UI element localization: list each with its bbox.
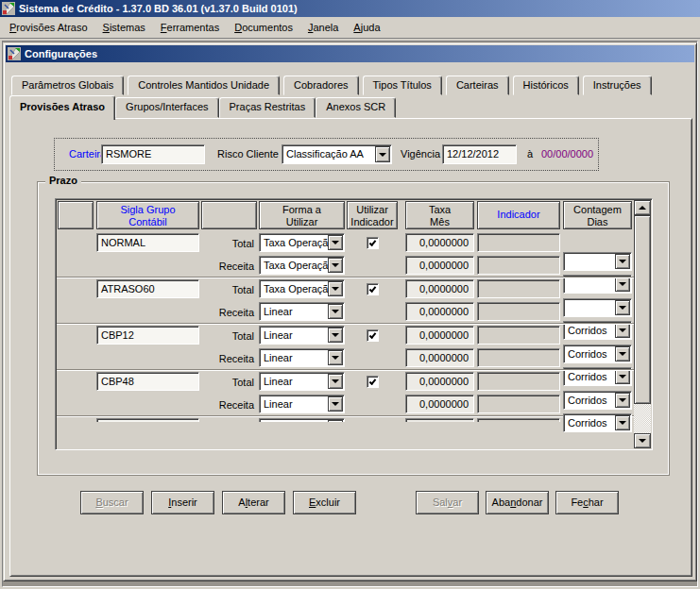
configuracoes-window: Configurações Parâmetros Globais Control…: [3, 42, 697, 581]
taxa-mes-field[interactable]: 0,0000000: [405, 256, 474, 275]
utilizar-indicador-checkbox[interactable]: [367, 376, 379, 388]
tab-instrucoes[interactable]: Instruções: [583, 76, 652, 95]
sigla-input[interactable]: NORMAL: [96, 233, 199, 252]
tab-parametros-globais[interactable]: Parâmetros Globais: [11, 76, 124, 95]
grid-row-total: NORMAL Total Taxa Operaçã 0,0000000: [57, 231, 634, 254]
prazo-legend: Prazo: [45, 175, 81, 186]
forma-select[interactable]: Linear: [259, 326, 345, 345]
utilizar-indicador-checkbox[interactable]: [367, 237, 379, 249]
forma-select[interactable]: Taxa Operaçã: [259, 233, 345, 252]
tab-carteiras[interactable]: Carteiras: [446, 76, 509, 95]
salvar-button[interactable]: Salvar: [416, 491, 479, 514]
indicador-field[interactable]: [477, 395, 560, 413]
forma-dropdown-button[interactable]: [328, 374, 343, 389]
utilizar-indicador-checkbox[interactable]: [367, 283, 379, 295]
menu-documentos[interactable]: Documentos: [227, 19, 300, 36]
forma-dropdown-button[interactable]: [328, 328, 343, 343]
partial-row: [57, 415, 634, 422]
forma-select[interactable]: Linear: [259, 302, 345, 321]
sigla-input[interactable]: CBP12: [96, 326, 199, 345]
buscar-button[interactable]: Buscar: [80, 491, 144, 514]
child-titlebar[interactable]: Configurações: [6, 45, 694, 62]
excluir-button[interactable]: Excluir: [293, 491, 356, 514]
vigencia-input[interactable]: 12/12/2012: [442, 144, 517, 164]
menu-sistemas[interactable]: Sistemas: [95, 19, 153, 36]
mdi-client: Configurações Parâmetros Globais Control…: [2, 41, 698, 587]
forma-dropdown-button[interactable]: [328, 304, 343, 319]
tab-controles-mantidos-unidade[interactable]: Controles Mantidos Unidade: [128, 76, 280, 95]
forma-select[interactable]: Linear: [259, 395, 345, 413]
indicador-field[interactable]: [477, 302, 560, 321]
indicador-field[interactable]: [477, 279, 560, 298]
taxa-mes-field[interactable]: 0,0000000: [405, 395, 474, 413]
vigencia-end-value: 00/00/0000: [541, 148, 593, 160]
indicador-field[interactable]: [477, 233, 560, 252]
tab-cobradores[interactable]: Cobradores: [283, 76, 358, 95]
forma-select[interactable]: Linear: [259, 348, 345, 367]
taxa-mes-field[interactable]: 0,0000000: [405, 279, 474, 298]
taxa-mes-field[interactable]: 0,0000000: [405, 326, 474, 345]
menu-ajuda[interactable]: Ajuda: [346, 19, 387, 36]
tab-grupos-interfaces[interactable]: Grupos/Interfaces: [115, 97, 218, 118]
taxa-mes-field[interactable]: [405, 418, 474, 422]
indicador-field[interactable]: [477, 348, 560, 367]
carteira-input[interactable]: RSMORE: [101, 144, 205, 164]
forma-select[interactable]: Taxa Operaçã: [259, 256, 345, 275]
grid-group-atraso60: ATRASO60 Total Taxa Operaçã 0,0000000: [57, 277, 634, 323]
forma-dropdown-button[interactable]: [328, 258, 343, 273]
grid-row-receita: Receita Linear 0,0000000 Corridos: [57, 300, 634, 323]
prazo-groupbox: Prazo Sigla GrupoContábil: [37, 181, 670, 476]
alterar-button[interactable]: Alterar: [222, 491, 285, 514]
forma-dropdown-button[interactable]: [328, 396, 343, 412]
sigla-input[interactable]: [96, 418, 199, 422]
utilizar-indicador-cell: [347, 279, 398, 298]
taxa-mes-field[interactable]: 0,0000000: [405, 302, 474, 321]
tab-anexos-scr[interactable]: Anexos SCR: [316, 97, 396, 118]
tab-provisoes-atraso[interactable]: Provisões Atraso: [9, 95, 115, 120]
risco-cliente-select[interactable]: Classificação AA: [282, 144, 392, 164]
grid-scrollbar[interactable]: [634, 200, 651, 448]
inserir-button[interactable]: Inserir: [151, 491, 214, 514]
forma-select[interactable]: Linear: [259, 372, 345, 391]
utilizar-indicador-checkbox[interactable]: [367, 329, 379, 342]
tab-pracas-restritas[interactable]: Praças Restritas: [219, 97, 316, 118]
scrollbar-thumb[interactable]: [634, 215, 651, 404]
indicador-field[interactable]: [477, 372, 560, 391]
taxa-mes-field[interactable]: 0,0000000: [405, 348, 474, 367]
sigla-input[interactable]: CBP48: [96, 372, 199, 391]
row-type-label: Receita: [201, 395, 257, 413]
forma-select[interactable]: [259, 418, 345, 422]
header-tipo: [201, 201, 257, 229]
forma-dropdown-button[interactable]: [328, 235, 343, 250]
scroll-up-button[interactable]: [634, 200, 651, 215]
grid-row-receita: Receita Taxa Operaçã 0,0000000: [57, 254, 634, 277]
tab-historicos[interactable]: Históricos: [513, 76, 579, 95]
grid-group-normal: NORMAL Total Taxa Operaçã 0,0000000 R: [57, 231, 634, 277]
menu-provisoes-atraso[interactable]: Provisões Atraso: [2, 19, 95, 36]
tab-strip-bottom: Provisões Atraso Grupos/Interfaces Praça…: [9, 95, 396, 120]
row-type-label: Receita: [201, 302, 257, 321]
taxa-mes-field[interactable]: 0,0000000: [405, 233, 474, 252]
sigla-input[interactable]: ATRASO60: [96, 279, 199, 298]
scroll-down-button[interactable]: [634, 433, 651, 448]
indicador-field[interactable]: [477, 418, 560, 422]
menu-ferramentas[interactable]: Ferramentas: [153, 19, 227, 36]
carteira-filter-group: Carteira RSMORE Risco Cliente Classifica…: [54, 138, 599, 171]
indicador-field[interactable]: [477, 326, 560, 345]
scroll-up-icon: [639, 206, 646, 210]
taxa-mes-field[interactable]: 0,0000000: [405, 372, 474, 391]
grid-row-total: CBP48 Total Linear 0,0000000 Corridos: [57, 370, 634, 393]
dropdown-arrow-icon: [332, 241, 339, 244]
forma-dropdown-button[interactable]: [328, 350, 343, 365]
forma-dropdown-button[interactable]: [328, 281, 343, 296]
indicador-field[interactable]: [477, 256, 560, 275]
fechar-button[interactable]: Fechar: [555, 491, 619, 514]
abandonar-button[interactable]: Abandonar: [486, 491, 549, 514]
dropdown-arrow-icon: [332, 263, 339, 267]
menu-janela[interactable]: Janela: [300, 19, 346, 36]
forma-select[interactable]: Taxa Operaçã: [259, 279, 345, 298]
check-icon: [368, 378, 376, 385]
tab-tipos-titulos[interactable]: Tipos Títulos: [363, 76, 442, 95]
row-type-label: Total: [201, 326, 257, 345]
risco-cliente-dropdown-button[interactable]: [375, 146, 390, 162]
